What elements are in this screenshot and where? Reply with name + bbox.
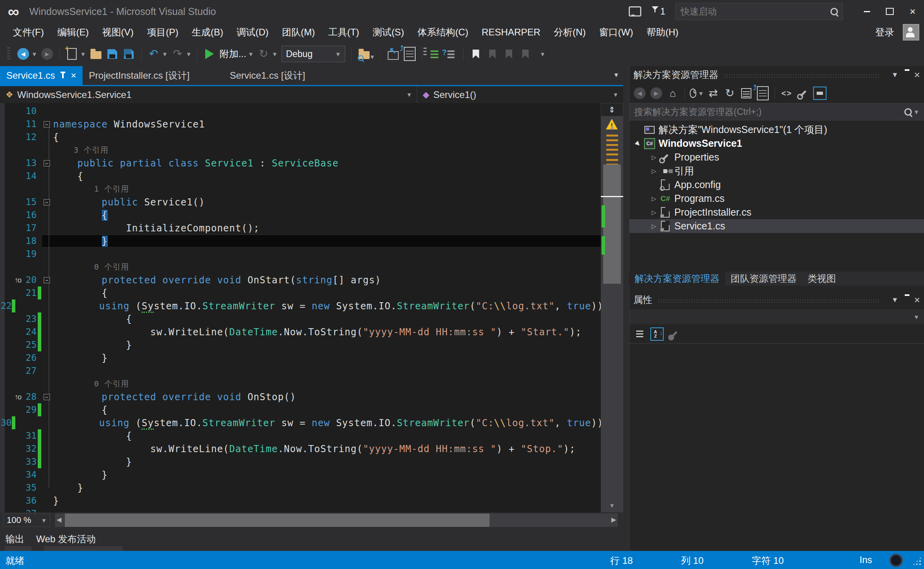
member-dropdown[interactable]: ◆ Service1() ▼ xyxy=(417,86,623,103)
menu-团队[interactable]: 团队(M) xyxy=(275,23,322,42)
close-button[interactable]: × xyxy=(901,1,924,22)
menu-体系结构[interactable]: 体系结构(C) xyxy=(411,23,475,42)
user-avatar-icon[interactable] xyxy=(903,24,919,41)
tool-tab-解决方案资源管理器[interactable]: 解决方案资源管理器 xyxy=(629,272,725,286)
overflow-icon[interactable]: ▼ xyxy=(535,47,549,61)
fold-collapse-icon[interactable]: − xyxy=(44,199,50,205)
find-in-files-icon[interactable] xyxy=(357,47,371,61)
code-text[interactable]: namespace WindowsService1 xyxy=(53,119,205,130)
menu-测试[interactable]: 测试(S) xyxy=(366,23,411,42)
scrollbar-thumb[interactable] xyxy=(603,164,621,284)
line-number[interactable]: 25 xyxy=(22,338,37,351)
collapse-all-icon[interactable] xyxy=(739,86,753,100)
properties-pages-icon[interactable] xyxy=(756,86,770,100)
scroll-left-icon[interactable]: ◀ xyxy=(57,516,61,523)
view-code-icon[interactable]: <> xyxy=(780,86,794,100)
line-number[interactable]: 36 xyxy=(22,494,37,507)
redo-icon[interactable]: ↷ xyxy=(171,47,184,61)
tree-item-app-config[interactable]: App.config xyxy=(629,178,924,192)
menu-生成[interactable]: 生成(B) xyxy=(185,23,230,42)
next-bookmark-icon[interactable] xyxy=(502,47,515,61)
line-number[interactable]: 29 xyxy=(22,403,37,416)
home-icon[interactable]: ⌂ xyxy=(666,86,680,100)
pin-icon[interactable] xyxy=(905,296,908,304)
line-number[interactable]: 34 xyxy=(22,468,37,481)
code-text[interactable]: } xyxy=(53,495,59,506)
line-number[interactable] xyxy=(22,260,37,273)
scrollbar-thumb[interactable] xyxy=(65,514,490,527)
tree-item-service1-cs[interactable]: ▷Service1.cs xyxy=(629,219,924,233)
code-text[interactable]: } xyxy=(53,469,108,480)
code-text[interactable]: public partial class Service1 : ServiceB… xyxy=(53,158,339,169)
line-number[interactable]: 13 xyxy=(22,157,37,170)
menu-项目[interactable]: 项目(P) xyxy=(140,23,185,42)
code-text[interactable]: } xyxy=(53,456,132,467)
line-number[interactable]: 21 xyxy=(22,286,37,299)
chevron-down-icon[interactable]: ▼ xyxy=(186,51,192,57)
line-number[interactable]: 37 xyxy=(22,507,37,512)
code-text[interactable]: } xyxy=(53,340,132,351)
line-number[interactable]: 12 xyxy=(22,131,37,144)
document-tab-service1.cs[interactable]: Service1.cs [设计] xyxy=(223,66,311,85)
scroll-down-icon[interactable]: ▼ xyxy=(601,502,623,509)
select-in-editor-icon[interactable] xyxy=(387,47,400,61)
save-icon[interactable] xyxy=(106,47,119,61)
line-number[interactable]: 31 xyxy=(22,429,37,442)
document-tab-projectinstaller.cs[interactable]: ProjectInstaller.cs [设计] xyxy=(83,66,196,85)
code-text[interactable]: { xyxy=(53,171,83,182)
menu-resharper[interactable]: RESHARPER xyxy=(475,23,547,42)
refresh-icon[interactable]: ↻ xyxy=(723,86,737,100)
open-file-icon[interactable] xyxy=(89,47,103,61)
code-text[interactable]: sw.WriteLine(DateTime.Now.ToString("yyyy… xyxy=(53,327,582,338)
override-indicator-icon[interactable]: ↑o xyxy=(15,393,21,401)
property-pages-wrench-icon[interactable] xyxy=(667,327,681,341)
code-text[interactable]: using (System.IO.StreamWriter sw = new S… xyxy=(26,418,601,429)
menu-编辑[interactable]: 编辑(E) xyxy=(51,23,96,42)
menu-分析[interactable]: 分析(N) xyxy=(547,23,592,42)
line-number[interactable]: 32 xyxy=(22,442,37,455)
collapsed-expander-icon[interactable]: ▷ xyxy=(649,223,659,230)
line-indent-icon[interactable] xyxy=(428,47,441,61)
tree-item-properties[interactable]: ▷Properties xyxy=(629,150,924,164)
feedback-icon[interactable] xyxy=(629,6,641,17)
code-text[interactable]: } xyxy=(53,236,108,247)
chevron-down-icon[interactable]: ▼ xyxy=(248,51,254,57)
save-all-icon[interactable] xyxy=(122,47,136,61)
toggle-bookmark-icon[interactable] xyxy=(469,47,482,61)
code-text[interactable]: protected override void OnStart(string[]… xyxy=(53,275,381,286)
fold-collapse-icon[interactable]: − xyxy=(44,394,50,400)
start-debug-attach-icon[interactable] xyxy=(203,47,216,61)
menu-帮助[interactable]: 帮助(H) xyxy=(640,23,685,42)
debug-configuration-dropdown[interactable]: Debug▼ xyxy=(282,46,345,62)
properties-title-bar[interactable]: 属性 ▼ × xyxy=(629,291,924,309)
tab-list-chevron-icon[interactable]: ▼ xyxy=(613,72,619,79)
window-position-chevron-icon[interactable]: ▼ xyxy=(891,71,898,79)
code-text[interactable]: public Service1() xyxy=(53,197,205,208)
search-icon[interactable] xyxy=(904,108,912,116)
code-text[interactable]: InitializeComponent(); xyxy=(53,223,260,234)
fold-collapse-icon[interactable]: − xyxy=(44,160,50,166)
line-number[interactable]: 26 xyxy=(22,351,37,364)
tool-tab-团队资源管理器[interactable]: 团队资源管理器 xyxy=(725,272,802,286)
line-number[interactable]: 35 xyxy=(22,481,37,494)
collapsed-expander-icon[interactable]: ▷ xyxy=(649,154,659,161)
line-number[interactable]: 17 xyxy=(22,222,37,235)
editor-vertical-scrollbar[interactable]: ⇕ ! ▲ ▼ xyxy=(601,103,623,512)
navigate-backward-icon[interactable]: ◀ xyxy=(17,47,30,61)
chevron-down-icon[interactable]: ▼ xyxy=(162,51,168,57)
tool-tab-类视图[interactable]: 类视图 xyxy=(802,272,841,286)
line-number[interactable]: 11 xyxy=(22,118,37,131)
line-number[interactable] xyxy=(22,183,37,196)
line-number[interactable]: 22 xyxy=(1,299,12,312)
editor-horizontal-scrollbar[interactable]: ◀ ▶ xyxy=(55,514,618,527)
code-text[interactable]: { xyxy=(53,314,132,325)
code-text[interactable]: protected override void OnStop() xyxy=(53,392,296,403)
document-tab-service1.cs[interactable]: Service1.cs× xyxy=(0,66,83,85)
close-icon[interactable]: × xyxy=(914,70,920,80)
sign-in-link[interactable]: 登录 xyxy=(875,26,894,39)
collapsed-expander-icon[interactable]: ▷ xyxy=(649,209,659,216)
line-number[interactable]: 20 xyxy=(22,273,37,286)
pin-icon[interactable] xyxy=(62,73,64,78)
tree-item-windowsservice1[interactable]: ▶C#WindowsService1 xyxy=(629,137,924,150)
code-text[interactable]: { xyxy=(53,430,132,442)
